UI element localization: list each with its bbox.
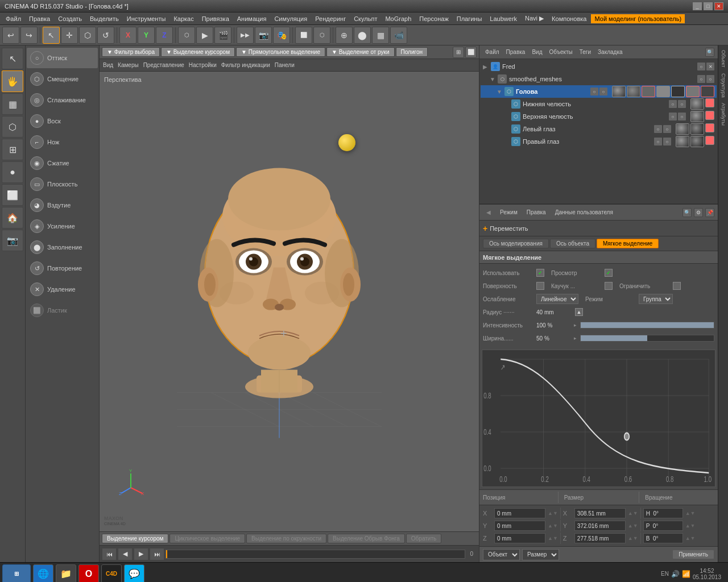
pos-y-field[interactable] bbox=[494, 521, 545, 531]
size-x-field[interactable] bbox=[574, 508, 626, 518]
timeline-track[interactable] bbox=[166, 550, 465, 559]
props-hdr-mode[interactable]: Режим bbox=[497, 209, 521, 216]
obj-lower-jaw[interactable]: ⬡ Нижняя челюсть ○ ○ bbox=[481, 98, 717, 110]
circle-sel-btn[interactable]: Выделение по окружности bbox=[246, 534, 326, 543]
close-button[interactable]: ✕ bbox=[714, 2, 723, 10]
persp-button[interactable]: ⬡ bbox=[313, 27, 330, 44]
obj-fred[interactable]: ▶ 👤 Fred ○ ✕ bbox=[481, 60, 717, 73]
size-z-field[interactable] bbox=[574, 533, 626, 543]
nav-cameras[interactable]: Камеры bbox=[118, 62, 139, 68]
smooth-vis1[interactable]: ○ bbox=[697, 75, 705, 83]
size-y-field[interactable] bbox=[574, 521, 626, 531]
invert-btn[interactable]: Обратить bbox=[406, 534, 441, 543]
sys-volume-icon[interactable]: 🔊 bbox=[671, 570, 680, 578]
mat-swatch-3[interactable] bbox=[642, 86, 655, 97]
sculpt-plane[interactable]: ▭ Плоскость bbox=[27, 174, 98, 194]
obj-right-eye[interactable]: ⬡ Правый глаз ○ ○ bbox=[481, 135, 717, 148]
menu-snap[interactable]: Привязка bbox=[198, 14, 233, 23]
mat-swatch-4[interactable] bbox=[656, 86, 670, 97]
nav-panels[interactable]: Панели bbox=[275, 62, 295, 68]
view3d-button[interactable]: ⬜ bbox=[295, 27, 312, 44]
anim-play-btn[interactable]: ▶ bbox=[134, 548, 148, 560]
render-view-button[interactable]: 🎬 bbox=[214, 27, 231, 44]
viewport-maximize-icon[interactable]: ⬜ bbox=[465, 47, 477, 58]
camera-button[interactable]: 📹 bbox=[390, 27, 407, 44]
menu-mymodel[interactable]: Мой моделинг (пользователь) bbox=[591, 14, 685, 23]
menu-mesh[interactable]: Каркас bbox=[170, 14, 197, 23]
props-settings-icon[interactable]: ⚙ bbox=[694, 208, 703, 217]
rot-b-field[interactable] bbox=[643, 533, 683, 543]
material-button[interactable]: ⬤ bbox=[354, 27, 371, 44]
le-mat-1[interactable] bbox=[676, 123, 689, 135]
nav-filter[interactable]: Фильтр индикации bbox=[221, 62, 270, 68]
re-mat-1[interactable] bbox=[676, 136, 689, 147]
axis-y-button[interactable]: Y bbox=[138, 27, 155, 44]
filter-selection-btn[interactable]: ▼ Фильтр выбора bbox=[102, 47, 160, 57]
polygon-btn[interactable]: Полигон bbox=[396, 47, 428, 57]
use-checkbox[interactable] bbox=[536, 269, 544, 277]
sculpt-inflate[interactable]: ◕ Вздутие bbox=[27, 195, 98, 215]
surface-checkbox[interactable] bbox=[536, 282, 544, 290]
sculpt-eraser[interactable]: ⬜ Ластик bbox=[27, 300, 98, 321]
hand-select-btn[interactable]: ▼ Выделение от руки bbox=[326, 47, 395, 57]
le-vis1[interactable]: ○ bbox=[654, 125, 662, 133]
pos-z-up[interactable]: ▲▼ bbox=[548, 535, 558, 541]
make-preview-button[interactable]: 📷 bbox=[255, 27, 272, 44]
lt-sculpt[interactable]: 🖐 bbox=[2, 70, 23, 92]
le-mat-2[interactable] bbox=[690, 123, 704, 135]
fred-vis2[interactable]: ✕ bbox=[706, 63, 714, 70]
sculpt-squeeze[interactable]: ◉ Сжатие bbox=[27, 153, 98, 173]
sculpt-repeat[interactable]: ↺ Повторение bbox=[27, 258, 98, 278]
size-x-up[interactable]: ▲▼ bbox=[628, 510, 638, 516]
menu-character[interactable]: Персонаж bbox=[416, 14, 452, 23]
strip-object[interactable]: Объект bbox=[721, 48, 726, 70]
strip-structure[interactable]: Структура bbox=[721, 71, 726, 100]
menu-edit[interactable]: Правка bbox=[26, 14, 53, 23]
re-vis1[interactable]: ○ bbox=[654, 138, 662, 146]
pos-x-up[interactable]: ▲▼ bbox=[548, 510, 558, 516]
nav-view[interactable]: Вид bbox=[103, 62, 113, 68]
skype-button[interactable]: 💬 bbox=[124, 564, 144, 583]
maximize-button[interactable]: □ bbox=[704, 2, 713, 10]
cyclic-sel-btn[interactable]: Циклическое выделение bbox=[169, 534, 245, 543]
menu-compose[interactable]: Компоновка bbox=[548, 14, 590, 23]
le-mat-3[interactable] bbox=[705, 123, 714, 132]
rect-select-btn[interactable]: ▼ Прямоугольное выделение bbox=[236, 47, 325, 57]
preview-checkbox[interactable] bbox=[605, 269, 613, 277]
sculpt-knife[interactable]: ⌐ Нож bbox=[27, 132, 98, 152]
cinema4d-button[interactable]: C4D bbox=[101, 564, 122, 583]
start-button[interactable]: ⊞ bbox=[2, 564, 31, 583]
anim-first-btn[interactable]: ⏮ bbox=[102, 548, 117, 560]
menu-plugins[interactable]: Плагины bbox=[453, 14, 486, 23]
head-vis1[interactable]: ○ bbox=[590, 88, 598, 95]
obj-left-eye[interactable]: ⬡ Левый глаз ○ ○ bbox=[481, 123, 717, 135]
rot-p-up[interactable]: ▲▼ bbox=[685, 523, 696, 529]
obj-hdr-view[interactable]: Вид bbox=[530, 48, 544, 56]
intensity-slider[interactable] bbox=[580, 322, 714, 329]
curve-editor[interactable]: 0.8 0.4 0.0 0.0 0.2 0.4 0.6 0.8 1.0 ↗ bbox=[482, 350, 715, 487]
obj-search-icon[interactable]: 🔍 bbox=[705, 48, 714, 57]
size-type-select[interactable]: Размер bbox=[522, 549, 559, 560]
add-move-btn[interactable]: + Переместить bbox=[483, 224, 528, 233]
lj-vis1[interactable]: ○ bbox=[669, 100, 677, 108]
obj-head[interactable]: ▼ ⬡ Голова ○ ○ bbox=[481, 85, 717, 98]
lt-scene[interactable]: 🏠 bbox=[2, 207, 23, 228]
re-mat-2[interactable] bbox=[690, 136, 704, 147]
uj-mat-2[interactable] bbox=[705, 111, 714, 120]
lt-texture[interactable]: ▦ bbox=[2, 93, 23, 115]
uj-vis2[interactable]: ○ bbox=[678, 113, 686, 120]
render-all-button[interactable]: ▶▶ bbox=[237, 27, 254, 44]
mat-swatch-6[interactable] bbox=[686, 86, 700, 97]
tab-model-axis[interactable]: Ось моделирования bbox=[483, 239, 549, 248]
lt-camera[interactable]: 📷 bbox=[2, 230, 23, 251]
explorer-button[interactable]: 📁 bbox=[56, 564, 76, 583]
radius-arrow-btn[interactable]: ▲ bbox=[575, 308, 583, 316]
anim-last-btn[interactable]: ⏭ bbox=[150, 548, 164, 560]
width-slider[interactable] bbox=[580, 335, 714, 342]
sculpt-smooth[interactable]: ◎ Сглаживание bbox=[27, 90, 98, 110]
lt-edge[interactable]: ⊞ bbox=[2, 139, 23, 160]
tab-soft-sel[interactable]: Мягкое выделение bbox=[597, 239, 659, 248]
rot-h-up[interactable]: ▲▼ bbox=[685, 510, 696, 516]
mat-swatch-2[interactable] bbox=[627, 86, 640, 97]
re-vis2[interactable]: ○ bbox=[663, 138, 671, 146]
